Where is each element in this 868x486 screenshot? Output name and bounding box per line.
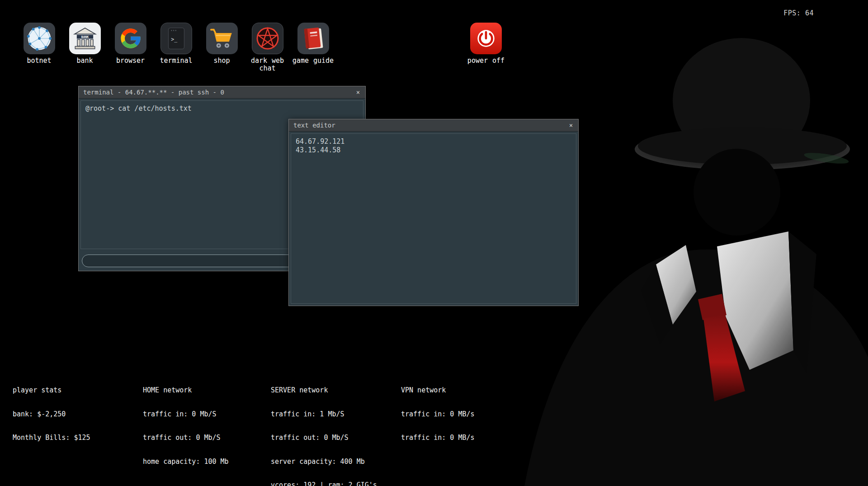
hud-title: HOME network	[143, 387, 229, 395]
svg-text:BANK: BANK	[81, 35, 89, 39]
svg-text:>_: >_	[171, 36, 178, 42]
power-icon	[473, 26, 499, 51]
text-editor-title: text editor	[293, 122, 564, 129]
icon-label: bank	[76, 57, 93, 65]
text-editor-close-button[interactable]: ×	[564, 119, 578, 131]
hud-vpn-network: VPN network traffic in: 0 MB/s traffic i…	[401, 371, 475, 450]
shopping-cart-icon	[209, 25, 235, 52]
network-globe-icon	[26, 25, 52, 52]
hud-title: SERVER network	[271, 387, 377, 395]
red-book-icon	[300, 25, 326, 52]
hud-title: player stats	[13, 387, 90, 395]
text-editor-window: text editor × 64.67.92.121 43.15.44.58	[288, 119, 579, 306]
terminal-close-button[interactable]: ×	[351, 86, 365, 98]
desktop-icon-browser[interactable]: browser	[108, 23, 153, 72]
hud-title: VPN network	[401, 387, 475, 395]
terminal-titlebar[interactable]: terminal - 64.67.**.** - past ssh - 0 ×	[79, 86, 365, 99]
hud-line: bank: $-2,250	[13, 411, 90, 419]
hud-line: traffic in: 0 MB/s	[401, 434, 475, 442]
hud-line: traffic out: 0 Mb/S	[143, 434, 229, 442]
desktop-icon-bank[interactable]: BANK bank	[62, 23, 108, 72]
desktop-icon-shop[interactable]: shop	[199, 23, 245, 72]
hud-line: traffic in: 1 Mb/S	[271, 411, 377, 419]
hud-line: home capacity: 100 Mb	[143, 458, 229, 466]
icon-label: terminal	[160, 57, 192, 65]
editor-line: 43.15.44.58	[296, 146, 571, 155]
desktop-icon-power-off[interactable]: power off	[461, 23, 511, 65]
text-editor-content[interactable]: 64.67.92.121 43.15.44.58	[291, 133, 576, 304]
editor-line: 64.67.92.121	[296, 137, 571, 146]
bank-building-icon: BANK	[72, 25, 98, 52]
pentagram-icon	[255, 25, 281, 52]
terminal-output-line: @root-> cat /etc/hosts.txt	[85, 104, 359, 113]
icon-label: shop	[213, 57, 230, 65]
hud-player-stats: player stats bank: $-2,250 Monthly Bills…	[13, 371, 90, 450]
icon-label: power off	[467, 57, 505, 65]
icon-label: dark web chat	[245, 57, 290, 72]
hud-server-network: SERVER network traffic in: 1 Mb/S traffi…	[271, 371, 377, 486]
desktop-icon-botnet[interactable]: botnet	[16, 23, 62, 72]
hud-line: vcores: 192 | ram: 2 GIG's	[271, 481, 377, 486]
terminal-title: terminal - 64.67.**.** - past ssh - 0	[83, 89, 351, 96]
icon-label: browser	[116, 57, 145, 65]
icon-label: botnet	[27, 57, 51, 65]
desktop-icon-terminal[interactable]: >_ terminal	[153, 23, 199, 72]
hud-line: traffic in: 0 MB/s	[401, 411, 475, 419]
desktop-icon-game-guide[interactable]: game guide	[290, 23, 336, 72]
fps-counter: FPS: 64	[783, 9, 814, 17]
desktop-icon-dark-web-chat[interactable]: dark web chat	[245, 23, 290, 72]
hud-line: Monthly Bills: $125	[13, 434, 90, 442]
desktop-icon-row: botnet BANK bank	[16, 23, 336, 72]
text-editor-titlebar[interactable]: text editor ×	[289, 119, 578, 132]
terminal-prompt-icon: >_	[164, 26, 189, 51]
hud-home-network: HOME network traffic in: 0 Mb/S traffic …	[143, 371, 229, 474]
google-g-icon	[119, 27, 142, 50]
hud-line: server capacity: 400 Mb	[271, 458, 377, 466]
icon-label: game guide	[292, 57, 334, 65]
hud-line: traffic out: 0 Mb/S	[271, 434, 377, 442]
hud-line: traffic in: 0 Mb/S	[143, 411, 229, 419]
